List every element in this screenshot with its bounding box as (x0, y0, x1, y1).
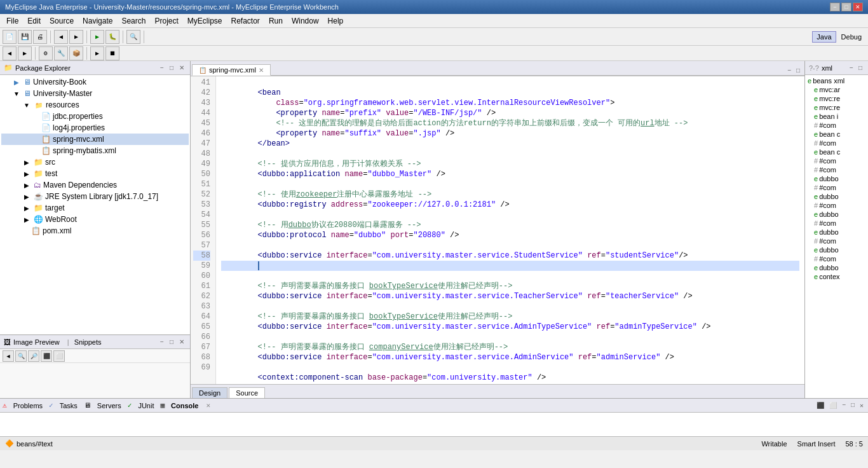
menu-help[interactable]: Help (324, 15, 348, 27)
outline-com8[interactable]: # #com (806, 237, 867, 245)
img-maximize[interactable]: □ (168, 338, 175, 346)
forward-button[interactable]: ▶ (69, 30, 83, 44)
maximize-button[interactable]: □ (841, 3, 851, 11)
tab-servers[interactable]: Servers (92, 401, 126, 411)
toolbar2-btn4[interactable]: 🔧 (54, 46, 68, 60)
outline-com7[interactable]: # #com (806, 219, 867, 228)
outline-com2[interactable]: # #com (806, 139, 867, 148)
tab-junit[interactable]: JUnit (133, 401, 159, 411)
toolbar2-btn6[interactable]: ▶ (90, 46, 104, 60)
outline-com5[interactable]: # #com (806, 183, 867, 192)
toolbar2-btn5[interactable]: 📦 (69, 46, 83, 60)
outline-dubbo3[interactable]: e dubbo (806, 210, 867, 219)
pkg-close[interactable]: ✕ (177, 64, 186, 72)
tree-maven[interactable]: ▶ 🗂 Maven Dependencies (1, 179, 189, 191)
menu-file[interactable]: File (3, 15, 22, 27)
debug-button[interactable]: 🐛 (105, 30, 119, 44)
menu-window[interactable]: Window (288, 15, 323, 27)
editor-minimize[interactable]: − (785, 67, 793, 75)
img-nav-btn2[interactable]: 🔍 (15, 350, 27, 362)
editor-maximize[interactable]: □ (794, 67, 802, 75)
outline-bean-c2[interactable]: e bean c (806, 148, 867, 156)
outline-mvc-re1[interactable]: e mvc:re (806, 94, 867, 103)
menu-navigate[interactable]: Navigate (79, 15, 116, 27)
debug-perspective[interactable]: Debug (837, 32, 865, 42)
print-button[interactable]: 🖨 (33, 30, 47, 44)
tree-src[interactable]: ▶ 📁 src (1, 156, 189, 168)
tree-pom[interactable]: 📋 pom.xml (1, 225, 189, 237)
tree-university-book[interactable]: ▶ 🖥 University-Book (1, 76, 189, 88)
tab-tasks[interactable]: Tasks (55, 401, 83, 411)
outline-com4[interactable]: # #com (806, 165, 867, 174)
tree-target[interactable]: ▶ 📁 target (1, 202, 189, 214)
img-nav-btn1[interactable]: ◀ (3, 350, 14, 362)
img-close[interactable]: ✕ (177, 338, 186, 346)
toolbar2-btn1[interactable]: ◀ (3, 46, 17, 60)
outline-dubbo6[interactable]: e dubbo (806, 263, 867, 272)
console-btn2[interactable]: ⬜ (827, 401, 839, 410)
tab-problems[interactable]: Problems (8, 401, 48, 411)
outline-dubbo5[interactable]: e dubbo (806, 245, 867, 254)
code-view[interactable]: 41 42 43 44 45 46 47 48 49 50 51 52 53 5… (191, 76, 804, 384)
new-button[interactable]: 📄 (3, 30, 17, 44)
tab-spring-mvc[interactable]: 📋 spring-mvc.xml ✕ (192, 64, 271, 76)
toolbar2-btn3[interactable]: ⚙ (39, 46, 53, 60)
outline-beans[interactable]: e beans xml (806, 76, 867, 85)
img-nav-btn5[interactable]: ⬜ (53, 350, 65, 362)
img-nav-btn4[interactable]: ⬛ (41, 350, 52, 362)
tab-console[interactable]: Console (166, 401, 203, 411)
img-minimize[interactable]: − (158, 338, 166, 346)
save-button[interactable]: 💾 (18, 30, 32, 44)
console-maximize[interactable]: □ (849, 401, 857, 410)
run-button[interactable]: ▶ (90, 30, 104, 44)
tab-close-btn[interactable]: ✕ (259, 67, 264, 74)
outline-com1[interactable]: # #com (806, 121, 867, 130)
outline-com9[interactable]: # #com (806, 254, 867, 263)
outline-dubbo2[interactable]: e dubbo (806, 192, 867, 201)
outline-mvc-re2[interactable]: e mvc:re (806, 103, 867, 112)
tree-log4j[interactable]: 📄 log4j.properties (1, 122, 189, 134)
menu-refactor[interactable]: Refactor (227, 15, 264, 27)
java-perspective[interactable]: Java (812, 31, 836, 43)
close-button[interactable]: ✕ (853, 3, 863, 11)
outline-mvc-ar[interactable]: e mvc:ar (806, 85, 867, 94)
minimize-button[interactable]: − (830, 3, 840, 11)
code-content[interactable]: <bean class="org.springframework.web.ser… (216, 76, 804, 384)
pkg-minimize[interactable]: − (158, 64, 166, 72)
tree-jre[interactable]: ▶ ☕ JRE System Library [jdk1.7.0_17] (1, 191, 189, 202)
pkg-maximize[interactable]: □ (168, 64, 175, 72)
toolbar2-btn7[interactable]: ⏹ (105, 46, 119, 60)
tree-resources[interactable]: ▼ 📁 resources (1, 99, 189, 111)
outline-context[interactable]: e contex (806, 272, 867, 281)
design-tab[interactable]: Design (192, 387, 227, 398)
tree-university-master[interactable]: ▼ 🖥 University-Master (1, 88, 189, 99)
menu-project[interactable]: Project (151, 15, 182, 27)
outline-dubbo1[interactable]: e dubbo (806, 174, 867, 183)
console-minimize[interactable]: − (840, 401, 848, 410)
menu-search[interactable]: Search (118, 15, 149, 27)
menu-run[interactable]: Run (265, 15, 287, 27)
code-editor[interactable]: 41 42 43 44 45 46 47 48 49 50 51 52 53 5… (191, 76, 804, 398)
source-tab[interactable]: Source (229, 387, 265, 398)
toolbar2-btn2[interactable]: ▶ (18, 46, 32, 60)
search-button[interactable]: 🔍 (126, 30, 140, 44)
tree-webroot[interactable]: ▶ 🌐 WebRoot (1, 214, 189, 225)
outline-com3[interactable]: # #com (806, 156, 867, 165)
outline-minimize[interactable]: − (848, 64, 855, 72)
outline-bean-i[interactable]: e bean i (806, 112, 867, 121)
menu-myeclipse[interactable]: MyEclipse (184, 15, 226, 27)
console-close[interactable]: ✕ (858, 401, 865, 410)
outline-com6[interactable]: # #com (806, 201, 867, 210)
menu-source[interactable]: Source (46, 15, 78, 27)
back-button[interactable]: ◀ (54, 30, 68, 44)
tree-test[interactable]: ▶ 📁 test (1, 168, 189, 179)
outline-dubbo4[interactable]: e dubbo (806, 228, 867, 237)
outline-bean-c1[interactable]: e bean c (806, 130, 867, 139)
tree-spring-mybatis[interactable]: 📋 spring-mybatis.xml (1, 145, 189, 156)
img-nav-btn3[interactable]: 🔎 (28, 350, 39, 362)
tree-jdbc[interactable]: 📄 jdbc.properties (1, 111, 189, 122)
outline-maximize[interactable]: □ (857, 64, 864, 72)
console-btn1[interactable]: ⬛ (815, 401, 826, 410)
menu-edit[interactable]: Edit (24, 15, 44, 27)
tree-spring-mvc[interactable]: 📋 spring-mvc.xml (1, 134, 189, 145)
